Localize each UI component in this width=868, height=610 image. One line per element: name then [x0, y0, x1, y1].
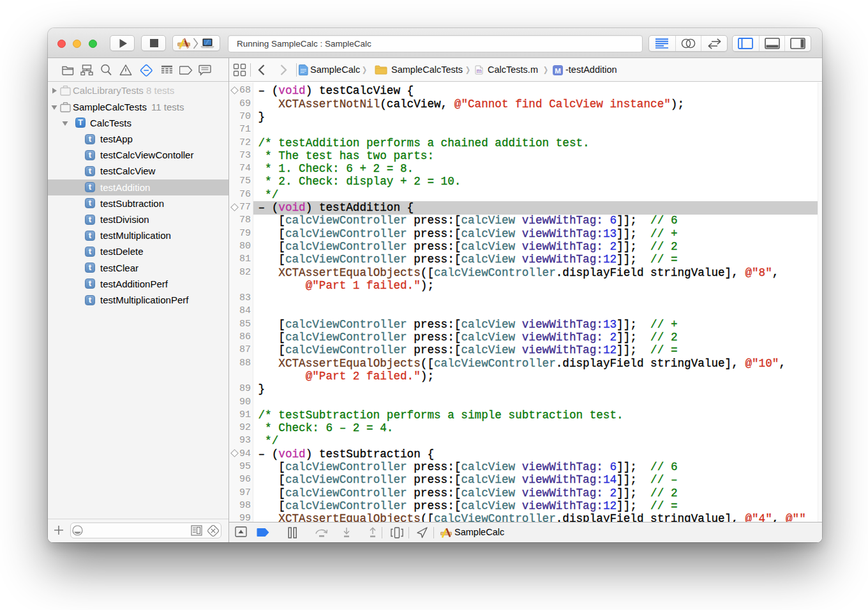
- svg-text:M: M: [555, 67, 561, 75]
- svg-text:m: m: [476, 67, 481, 74]
